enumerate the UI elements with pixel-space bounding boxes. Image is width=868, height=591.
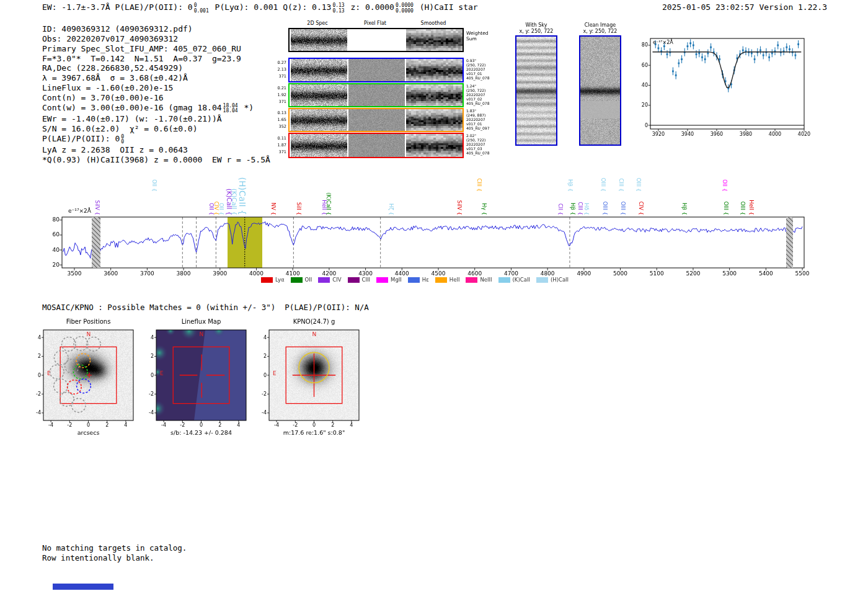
inset-data-point	[701, 56, 703, 58]
cutout-y-tick-label: 4	[30, 335, 41, 340]
line-marker-OIII: OIII {	[740, 202, 746, 215]
line-marker-Hδ: Hδ {	[583, 203, 590, 215]
line-marker-KCaII: (K)CaII {	[326, 193, 332, 215]
spectrum-x-tick-label: 4200	[322, 270, 336, 277]
spectrum-x-tick-label: 4800	[541, 270, 555, 277]
inset-data-point	[719, 58, 720, 60]
line-marker-CIII: CIII {	[476, 178, 482, 192]
spectrum-x-tick-label: 4500	[432, 270, 446, 277]
inset-y-tick-label: 80	[634, 42, 648, 48]
text-run: P(Lyα): 0.001 Q(z): 0.13	[210, 2, 332, 12]
inset-data-point	[777, 45, 779, 47]
line-marker-OIII: OIII {	[636, 178, 642, 192]
compass-north-label: N	[312, 331, 317, 337]
inset-data-point	[687, 45, 689, 47]
inset-x-tick-label: 4000	[769, 131, 781, 137]
inset-x-tick-label: 3980	[740, 131, 752, 137]
line-marker-OII: OII {	[151, 179, 157, 192]
cutout-image-1	[156, 330, 246, 420]
line-marker-CIII: CIII {	[577, 202, 583, 215]
cutout-y-tick-label: 0	[30, 373, 41, 378]
spectrum-x-tick-label: 5100	[650, 270, 664, 277]
spec2d-cell-spec	[291, 29, 347, 51]
inset-data-point	[739, 53, 741, 55]
cutout-y-tick-label: 2	[255, 353, 267, 359]
text-run: EWr = -1.40(±0.17) (w: -1.70(±0.21))Å	[42, 114, 222, 123]
spec2d-row-meta: WeightedSum	[466, 30, 489, 42]
meta-value: v017_03	[466, 146, 489, 151]
stat-value: 371	[267, 149, 286, 156]
meta-value: Weighted	[466, 30, 489, 36]
spec2d-row	[288, 28, 464, 52]
meta-value: (250, 722)	[466, 63, 489, 67]
grid-col-header: Pixel Flat	[364, 20, 386, 26]
legend-swatch	[408, 277, 420, 283]
cutout-title: Lineflux Map	[182, 318, 221, 325]
cutout-xlabel: s/b: -14.23 +/- 0.284	[170, 429, 232, 436]
stat-value: 1.92	[267, 92, 286, 99]
inset-data-point	[684, 51, 686, 53]
stack-sub: 0	[121, 140, 124, 145]
legend-label: (K)CaII	[513, 277, 530, 283]
inset-data-point	[756, 51, 758, 53]
inset-y-tick-label: 60	[634, 63, 648, 68]
stack-sub: 0.13	[332, 9, 344, 14]
inset-data-point	[794, 55, 796, 56]
masked-band	[92, 217, 100, 268]
meta-value: (249, 887)	[466, 113, 489, 117]
spectrum-x-tick-label: 5500	[795, 270, 810, 277]
spectrum-x-tick-label: 3800	[177, 270, 191, 277]
inset-data-point	[710, 47, 712, 48]
text-run: Obs: 20220207v017_4090369312	[42, 34, 178, 43]
detection-info-block: ID: 4090369312 (4090369312.pdf)Obs: 2022…	[42, 24, 270, 165]
value-stack: 0.00000.0000	[396, 3, 414, 14]
sky-panel-title: With Sky	[526, 22, 547, 28]
inset-data-point	[722, 73, 724, 75]
inset-data-point	[774, 50, 776, 52]
spectrum-x-tick-label: 5300	[722, 270, 737, 277]
spec2d-row-stats: 0.131.65352	[267, 110, 286, 130]
cutout-y-tick-label: -4	[255, 410, 267, 415]
cutout-y-tick-label: -2	[255, 391, 267, 397]
spectrum-x-tick-label: 3900	[213, 270, 227, 277]
info-line: *Q(0.93) (H)CaII(3968) z = 0.0000 EW r =…	[42, 155, 270, 165]
line-marker-SiII: SiII {	[296, 202, 302, 215]
meta-value: 1.24"	[466, 84, 489, 88]
legend-label: (H)CaII	[551, 277, 569, 283]
spec2d-row-meta: 0.93"(250, 722)20220207v017_01405_RU_078	[466, 58, 489, 80]
stack-sub: 0.001	[194, 9, 209, 14]
info-line: Primary Spec_Slot_IFU_AMP: 405_072_060_R…	[42, 44, 270, 54]
legend-swatch	[348, 277, 360, 283]
spectrum-x-tick-label: 4300	[358, 270, 373, 277]
stat-value: 0.21	[267, 85, 286, 92]
inset-data-point	[669, 51, 671, 53]
spec2d-row-meta: 1.83"(249, 887)20220207v017_01405_RU_097	[466, 109, 489, 130]
inset-data-point	[754, 58, 756, 60]
stat-value: 0.27	[267, 60, 286, 66]
elixer-detection-report: EW: -1.7±-3.7Å P(LAE)/P(OII): 000.001 P(…	[0, 0, 868, 591]
spec2d-cell-flat	[348, 134, 405, 157]
inset-data-point	[698, 52, 700, 54]
text-run: *)	[239, 103, 254, 112]
inset-data-point	[660, 50, 662, 52]
grid-col-header: Smoothed	[421, 20, 446, 26]
stat-value: 352	[267, 123, 286, 130]
cutout-x-tick-label: 4	[350, 422, 353, 428]
line-marker-SiIV: SiIV {	[94, 200, 100, 215]
spectrum-x-tick-label: 5200	[686, 270, 700, 277]
cutout-x-tick-label: -2	[293, 422, 298, 428]
classification-confidence-bar	[53, 584, 113, 590]
spectrum-x-tick-label: 3700	[140, 270, 154, 277]
inset-x-tick-label: 4020	[798, 131, 810, 137]
line-marker-OIII: OIII {	[723, 202, 729, 215]
inset-data-point	[733, 69, 735, 71]
spec2d-cell-smoothed	[406, 29, 463, 51]
inset-y-tick-label: 20	[634, 102, 648, 108]
legend-item: CIV	[318, 277, 341, 283]
spectrum-x-tick-label: 4700	[504, 270, 518, 277]
inset-data-point	[748, 51, 750, 53]
info-line: Cont(w) = 3.00(±0.00)e-16 (gmag 18.0418.…	[42, 103, 270, 114]
cutout-y-tick-label: -2	[30, 391, 41, 397]
meta-value: (250, 722)	[466, 88, 489, 92]
line-marker-HeII: HeII {	[748, 200, 755, 215]
